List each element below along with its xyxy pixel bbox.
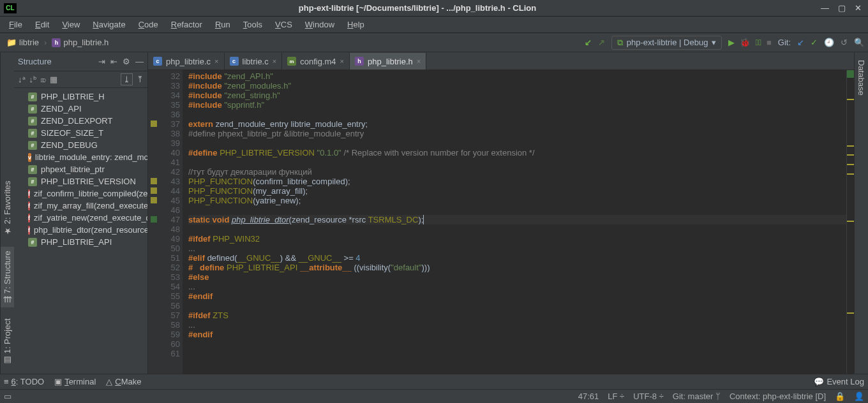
status-icon[interactable]: ▭ xyxy=(4,392,11,401)
editor-tab[interactable]: clibtrie.c× xyxy=(225,53,283,70)
debug-icon[interactable]: 🐞 xyxy=(740,38,750,47)
git-label: Git: xyxy=(778,38,791,47)
app-icon: CL xyxy=(4,3,17,13)
git-revert-icon[interactable]: ↺ xyxy=(841,38,848,47)
gutter[interactable]: 3233343536373839404142434445464748495051… xyxy=(148,70,183,374)
structure-item[interactable]: #PHP_LIBTRIE_VERSION xyxy=(14,175,147,187)
encoding[interactable]: UTF-8 ÷ xyxy=(633,392,664,401)
editor-tabs: cphp_libtrie.c×clibtrie.c×mconfig.m4×hph… xyxy=(148,52,854,70)
bottom-toolbar: ≡6: TODO▣Terminal△CMake 💬Event Log xyxy=(0,374,868,389)
menu-vcs[interactable]: VCS xyxy=(270,18,297,31)
structure-toolbar: ↓ᵃ ↓ᵇ ⎄ ▦ ⤓ ⤒ xyxy=(14,71,147,88)
structure-item[interactable]: vlibtrie_module_entry: zend_module_entry xyxy=(14,151,147,163)
filter-icon[interactable]: ▦ xyxy=(50,75,57,84)
run-config-label: php-ext-libtrie | Debug xyxy=(627,38,708,47)
menu-help[interactable]: Help xyxy=(342,18,370,31)
menu-tools[interactable]: Tools xyxy=(238,18,267,31)
structure-item[interactable]: #PHP_LIBTRIE_H xyxy=(14,91,147,103)
maximize-icon[interactable]: ▢ xyxy=(838,3,846,13)
menu-refactor[interactable]: Refactor xyxy=(166,18,207,31)
group-icon[interactable]: ⎄ xyxy=(41,75,46,84)
structure-item[interactable]: fzif_confirm_libtrie_compiled(zend_execu… xyxy=(14,187,147,200)
structure-title: Structure xyxy=(18,57,52,66)
nav-fwd-icon[interactable]: ↗ xyxy=(598,38,605,47)
search-icon[interactable]: 🔍 xyxy=(854,38,864,47)
autoscroll-icon[interactable]: ⤓ xyxy=(121,73,133,85)
git-update-icon[interactable]: ↙ xyxy=(797,38,804,47)
structure-item[interactable]: #ZEND_DLEXPORT xyxy=(14,115,147,127)
menu-code[interactable]: Code xyxy=(133,18,163,31)
expand-icon[interactable]: ⇤ xyxy=(110,57,117,66)
nav-back-icon[interactable]: ↙ xyxy=(585,38,592,47)
breadcrumb-root[interactable]: 📁libtrie xyxy=(4,36,41,48)
inspector-icon[interactable]: 👤 xyxy=(854,392,864,401)
bottom-tab-cmake[interactable]: △CMake xyxy=(106,377,141,386)
left-tool-gutter: ▤ 1: Project⇶ 7: Structure★ 2: Favorites xyxy=(0,52,14,374)
structure-item[interactable]: #PHP_LIBTRIE_API xyxy=(14,236,147,248)
chevron-down-icon: ▾ xyxy=(712,38,716,47)
structure-item[interactable]: #ZEND_DEBUG xyxy=(14,139,147,151)
stop-icon[interactable]: ■ xyxy=(767,38,772,47)
menu-view[interactable]: View xyxy=(57,18,85,31)
caret-pos[interactable]: 47:61 xyxy=(578,392,599,401)
bottom-tab-terminal[interactable]: ▣Terminal xyxy=(54,377,96,386)
git-branch[interactable]: Git: master ᛘ xyxy=(673,392,721,401)
window-title: php-ext-libtrie [~/Documents/libtrie] - … xyxy=(20,3,814,13)
menu-navigate[interactable]: Navigate xyxy=(87,18,130,31)
run-icon[interactable]: ▶ xyxy=(728,38,735,47)
git-commit-icon[interactable]: ✓ xyxy=(811,38,818,47)
build-icon: ⧉ xyxy=(617,38,623,48)
sidebar-tab-database[interactable]: Database xyxy=(855,56,867,99)
event-log-button[interactable]: 💬Event Log xyxy=(814,377,864,386)
structure-item[interactable]: #phpext_libtrie_ptr xyxy=(14,163,147,175)
coverage-icon[interactable]: ▶⃒ xyxy=(755,38,761,47)
close-tab-icon[interactable]: × xyxy=(417,57,421,65)
gear-icon[interactable]: ⚙ xyxy=(123,57,130,66)
menubar: FileEditViewNavigateCodeRefactorRunTools… xyxy=(0,17,868,33)
autoscroll2-icon[interactable]: ⤒ xyxy=(137,75,144,84)
sidebar-tab-structure[interactable]: ⇶ 7: Structure xyxy=(1,247,14,308)
close-tab-icon[interactable]: × xyxy=(340,57,344,65)
editor-tab[interactable]: cphp_libtrie.c× xyxy=(148,53,225,70)
structure-item[interactable]: #SIZEOF_SIZE_T xyxy=(14,127,147,139)
sidebar-tab-project[interactable]: ▤ 1: Project xyxy=(1,314,14,370)
editor-tab[interactable]: mconfig.m4× xyxy=(282,53,350,70)
structure-item[interactable]: fzif_my_array_fill(zend_execute_data*, z… xyxy=(14,200,147,212)
error-stripe[interactable] xyxy=(846,70,854,374)
editor-tab[interactable]: hphp_libtrie.h× xyxy=(350,53,426,70)
lock-icon[interactable]: 🔒 xyxy=(835,392,845,401)
sort2-icon[interactable]: ↓ᵇ xyxy=(29,75,38,84)
menu-file[interactable]: File xyxy=(4,18,27,31)
breadcrumb-file[interactable]: hphp_libtrie.h xyxy=(49,36,111,48)
minimize-icon[interactable]: — xyxy=(821,3,829,13)
breadcrumb: 📁libtrie › hphp_libtrie.h xyxy=(4,36,582,48)
bottom-tab-todo[interactable]: ≡6: TODO xyxy=(4,377,44,386)
structure-item[interactable]: fphp_libtrie_dtor(zend_resource*): void xyxy=(14,224,147,236)
run-config-selector[interactable]: ⧉ php-ext-libtrie | Debug ▾ xyxy=(611,36,722,50)
hide-icon[interactable]: — xyxy=(135,57,144,66)
close-tab-icon[interactable]: × xyxy=(273,57,276,65)
context[interactable]: Context: php-ext-libtrie [D] xyxy=(730,392,826,401)
structure-panel: Structure ⇥ ⇤ ⚙ — ↓ᵃ ↓ᵇ ⎄ ▦ ⤓ ⤒ #PHP_LIB… xyxy=(14,52,148,374)
sort-icon[interactable]: ↓ᵃ xyxy=(18,75,26,84)
titlebar: CL php-ext-libtrie [~/Documents/libtrie]… xyxy=(0,0,868,17)
editor: cphp_libtrie.c×clibtrie.c×mconfig.m4×hph… xyxy=(148,52,854,374)
git-history-icon[interactable]: 🕘 xyxy=(824,38,834,47)
close-tab-icon[interactable]: × xyxy=(214,57,218,65)
right-tool-gutter: Database xyxy=(854,52,868,374)
menu-run[interactable]: Run xyxy=(210,18,236,31)
collapse-icon[interactable]: ⇥ xyxy=(98,57,105,66)
close-icon[interactable]: ✕ xyxy=(855,3,862,13)
structure-item[interactable]: fzif_yatrie_new(zend_execute_data*, zval… xyxy=(14,212,147,224)
sidebar-tab-favorites[interactable]: ★ 2: Favorites xyxy=(1,176,14,240)
code-area[interactable]: #include "zend_API.h"#include "zend_modu… xyxy=(183,70,846,374)
line-ending[interactable]: LF ÷ xyxy=(608,392,624,401)
menu-window[interactable]: Window xyxy=(300,18,340,31)
structure-item[interactable]: #ZEND_API xyxy=(14,103,147,115)
menu-edit[interactable]: Edit xyxy=(30,18,54,31)
chevron-right-icon: › xyxy=(44,38,47,47)
nav-toolbar: 📁libtrie › hphp_libtrie.h ↙ ↗ ⧉ php-ext-… xyxy=(0,33,868,52)
statusbar: ▭ 47:61 LF ÷ UTF-8 ÷ Git: master ᛘ Conte… xyxy=(0,389,868,403)
